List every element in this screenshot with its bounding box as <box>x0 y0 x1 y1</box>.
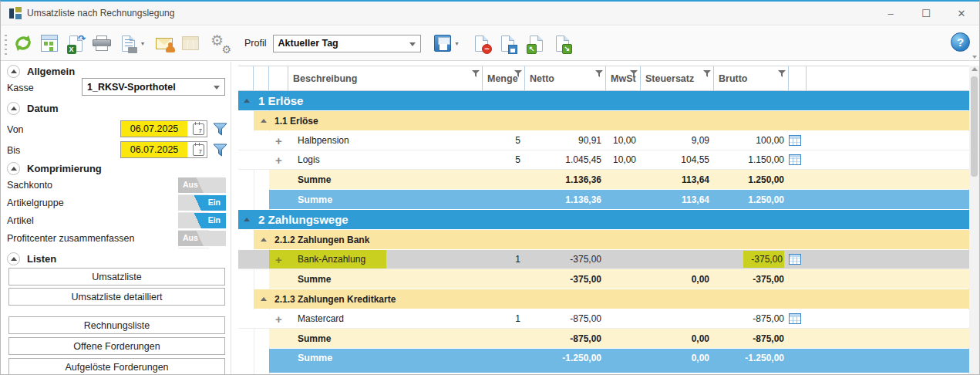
expand-plus-icon[interactable]: + <box>269 253 288 266</box>
export-profile-icon: ↘ <box>556 35 569 52</box>
toolbar-grip[interactable] <box>2 32 10 55</box>
minimize-button[interactable]: – <box>873 2 908 25</box>
toolbar: X ↷ ▾ ⚙⚙ Profil Aktueller Tag <box>1 26 979 61</box>
expand-plus-icon[interactable]: + <box>269 312 288 326</box>
print-button[interactable] <box>89 31 114 56</box>
rechnungsliste-button[interactable]: Rechnungsliste <box>8 316 225 334</box>
calendar-button[interactable] <box>37 31 62 56</box>
collapse-triangle-icon[interactable] <box>244 218 250 221</box>
bis-date-input[interactable]: 06.07.2025 7 <box>120 141 207 158</box>
email-user-icon <box>156 38 173 49</box>
save-profile-as-button[interactable] <box>496 31 520 56</box>
chevron-down-icon <box>409 42 416 46</box>
aufgeloeste-forderungen-button[interactable]: Aufgelöste Forderungen <box>8 358 225 375</box>
detail-grid-icon[interactable] <box>789 254 801 265</box>
umsatzliste-detailliert-button[interactable]: Umsatzliste detailliert <box>8 288 225 306</box>
collapse-triangle-icon[interactable] <box>261 119 267 123</box>
group-row-erloese[interactable]: 1 Erlöse <box>238 91 969 110</box>
email-button[interactable] <box>152 31 177 56</box>
vertical-scrollbar[interactable] <box>968 66 979 375</box>
calendar-picker-icon[interactable]: 7 <box>193 123 204 135</box>
delete-profile-button[interactable]: − <box>470 31 494 56</box>
filter-icon[interactable] <box>703 70 711 77</box>
header-icon-col <box>789 66 807 90</box>
column-header-netto[interactable]: Netto <box>525 66 606 90</box>
import-profile-button[interactable]: ↖ <box>524 31 549 56</box>
help-button[interactable]: ? <box>951 32 970 52</box>
column-header-menge[interactable]: Menge <box>483 66 525 90</box>
toggle-label-artikel: Artikel <box>7 215 34 226</box>
section-allgemein[interactable]: Allgemein <box>7 65 75 78</box>
subtotal-row: Summe 1.136,36 113,64 1.250,00 <box>269 170 969 189</box>
export-excel-button[interactable]: X ↷ <box>63 31 88 56</box>
group-total-row: Summe -1.250,00 0,00 -1.250,00 <box>269 349 969 373</box>
filter-funnel-icon[interactable] <box>213 144 227 157</box>
von-label: Von <box>7 124 24 135</box>
calendar-picker-icon[interactable]: 7 <box>193 144 204 156</box>
kasse-combobox[interactable]: 1_RKSV-Sporthotel <box>82 78 225 96</box>
column-header-mwst[interactable]: MwSt <box>606 66 641 90</box>
column-header-steuersatz[interactable]: Steuersatz <box>641 66 714 90</box>
filter-icon[interactable] <box>595 70 603 77</box>
print-list-icon <box>122 35 135 52</box>
print-list-dropdown[interactable]: ▾ <box>141 40 144 47</box>
toggle-label-profitcenter: Profitcenter zusammenfassen <box>7 233 134 244</box>
table-row[interactable]: + Halbpension 5 90,91 10,00 9,09 100,00 <box>238 131 969 150</box>
toggle-artikel[interactable]: Ein <box>178 213 226 228</box>
table-header: Beschreibung Menge Netto MwSt Steuersatz… <box>238 66 969 91</box>
offene-forderungen-button[interactable]: Offene Forderungen <box>8 337 225 355</box>
refresh-button[interactable] <box>11 31 35 56</box>
scroll-up-icon[interactable] <box>972 67 978 71</box>
filter-icon[interactable] <box>472 70 480 77</box>
subgroup-row[interactable]: 2.1.2 Zahlungen Bank <box>254 230 969 249</box>
save-profile-dropdown[interactable]: ▾ <box>456 40 459 47</box>
umsatzliste-button[interactable]: Umsatzliste <box>8 268 225 285</box>
export-profile-button[interactable]: ↘ <box>551 31 575 56</box>
toggle-artikelgruppe[interactable]: Ein <box>178 195 226 211</box>
filter-funnel-icon[interactable] <box>213 123 227 136</box>
group-row-zahlungswege[interactable]: 2 Zahlungswege <box>238 210 969 229</box>
subgroup-row[interactable]: 1.1 Erlöse <box>254 111 969 130</box>
detail-grid-icon[interactable] <box>789 313 801 324</box>
window-title: Umsatzliste nach Rechnungslegung <box>27 8 174 19</box>
detail-grid-icon[interactable] <box>789 135 801 146</box>
expand-plus-icon[interactable]: + <box>269 154 288 167</box>
settings-button[interactable]: ⚙⚙ <box>208 31 233 56</box>
print-list-button[interactable] <box>116 31 140 56</box>
settings-gears-icon: ⚙⚙ <box>210 33 231 53</box>
chevron-down-icon <box>214 86 220 90</box>
save-profile-button[interactable] <box>430 31 455 56</box>
toggle-sachkonto[interactable]: Aus <box>178 177 226 193</box>
section-datum[interactable]: Datum <box>7 102 58 115</box>
close-button[interactable]: ✕ <box>944 2 979 25</box>
collapse-triangle-icon[interactable] <box>261 297 267 301</box>
filter-icon[interactable] <box>630 70 638 77</box>
collapse-triangle-icon[interactable] <box>244 99 250 103</box>
collapse-triangle-icon[interactable] <box>261 238 267 242</box>
column-header-beschreibung[interactable]: Beschreibung <box>288 66 483 90</box>
header-indent-col <box>269 66 288 90</box>
app-window: Umsatzliste nach Rechnungslegung – ☐ ✕ X… <box>0 0 980 375</box>
section-listen[interactable]: Listen <box>7 252 56 265</box>
delete-profile-icon: − <box>475 35 488 52</box>
detail-grid-icon[interactable] <box>789 154 801 165</box>
toggle-profitcenter[interactable]: Aus <box>178 231 226 246</box>
subtotal-row: Summe -375,00 0,00 -375,00 <box>269 269 969 289</box>
profile-combobox[interactable]: Aktueller Tag <box>273 35 421 52</box>
table-row[interactable]: + Mastercard 1 -875,00 -875,00 <box>238 309 969 329</box>
collapse-icon <box>7 102 20 115</box>
table-row-selected[interactable]: + Bank-Anzahlung 1 -375,00 -375,00 <box>238 250 969 269</box>
von-date-input[interactable]: 06.07.2025 7 <box>120 120 207 137</box>
header-indent-col <box>238 66 254 90</box>
expand-plus-icon[interactable]: + <box>269 134 288 147</box>
toolbar-overflow-icon[interactable] <box>972 56 977 59</box>
maximize-button[interactable]: ☐ <box>908 2 944 25</box>
scrollbar-thumb[interactable] <box>971 76 978 177</box>
subgroup-row[interactable]: 2.1.3 Zahlungen Kreditkarte <box>254 289 969 309</box>
table-row[interactable]: + Logis 5 1.045,45 10,00 104,55 1.150,00 <box>238 150 969 170</box>
results-table: Beschreibung Menge Netto MwSt Steuersatz… <box>238 66 969 375</box>
filter-icon[interactable] <box>778 70 786 77</box>
filter-icon[interactable] <box>514 70 522 77</box>
column-header-brutto[interactable]: Brutto <box>714 66 789 90</box>
section-komprimierung[interactable]: Komprimierung <box>7 162 102 175</box>
